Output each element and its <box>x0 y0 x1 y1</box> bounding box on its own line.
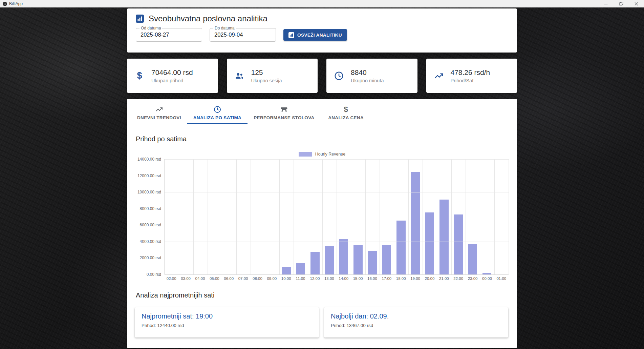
chart-y-axis: 14000.00 rsd12000.00 rsd10000.00 rsd8000… <box>136 159 164 274</box>
x-tick-label: 20:00 <box>423 276 437 281</box>
window-title: BilliApp <box>9 1 23 6</box>
tab-dnevni-trendovi[interactable]: DNEVNI TRENDOVI <box>131 102 187 124</box>
minimize-icon <box>604 2 608 6</box>
bar-slot <box>208 159 222 274</box>
bar-slot <box>423 159 437 274</box>
x-tick-label: 19:00 <box>408 276 422 281</box>
revenue-bar-21:00[interactable] <box>439 200 448 274</box>
y-tick-label: 6000.00 rsd <box>140 223 161 227</box>
v-gridline <box>437 159 437 274</box>
y-tick-label: 14000.00 rsd <box>137 157 161 162</box>
revenue-bar-16:00[interactable] <box>368 251 377 274</box>
tab-label: DNEVNI TRENDOVI <box>137 115 181 120</box>
refresh-button-label: OSVEŽI ANALITIKU <box>297 33 342 38</box>
busiest-hour-card: Najprometniji sat: 19:00 Prihod: 12440.0… <box>135 307 319 337</box>
to-date-value: 2025-09-04 <box>214 32 243 38</box>
revenue-bar-10:00[interactable] <box>282 267 291 274</box>
x-tick-label: 12:00 <box>308 276 322 281</box>
v-gridline <box>451 159 452 274</box>
v-gridline <box>394 159 394 274</box>
tab-label: ANALIZA PO SATIMA <box>193 115 241 120</box>
x-tick-label: 23:00 <box>466 276 480 281</box>
v-gridline <box>193 159 194 274</box>
tab-performanse-stolova[interactable]: PERFORMANSE STOLOVA <box>248 102 320 124</box>
trending-up-icon <box>434 71 444 81</box>
bar-slot <box>337 159 351 274</box>
bar-chart-icon <box>288 32 294 38</box>
stat-card-total-sessions: 125 Ukupno sesija <box>227 59 318 93</box>
v-gridline <box>380 159 380 274</box>
bar-slot <box>279 159 294 274</box>
x-tick-label: 18:00 <box>394 276 408 281</box>
x-tick-label: 14:00 <box>337 276 351 281</box>
revenue-bar-20:00[interactable] <box>425 212 434 274</box>
x-tick-label: 08:00 <box>250 276 264 281</box>
minimize-button[interactable] <box>598 0 614 7</box>
x-tick-label: 06:00 <box>222 276 236 281</box>
x-tick-label: 10:00 <box>279 276 293 281</box>
revenue-bar-11:00[interactable] <box>296 263 305 274</box>
bar-slot <box>380 159 394 274</box>
bar-slot <box>322 159 337 274</box>
v-gridline <box>494 159 495 274</box>
revenue-bar-22:00[interactable] <box>454 214 463 274</box>
refresh-analytics-button[interactable]: OSVEŽI ANALITIKU <box>283 29 347 41</box>
revenue-bar-17:00[interactable] <box>382 245 391 274</box>
v-gridline <box>251 159 251 274</box>
close-button[interactable] <box>629 0 644 7</box>
x-tick-label: 21:00 <box>437 276 451 281</box>
revenue-bar-12:00[interactable] <box>310 252 319 274</box>
x-tick-label: 03:00 <box>178 276 193 281</box>
x-tick-label: 22:00 <box>451 276 466 281</box>
y-tick-label: 10000.00 rsd <box>137 190 161 194</box>
bar-slot <box>466 159 480 274</box>
revenue-bar-14:00[interactable] <box>339 239 348 274</box>
bar-slot <box>365 159 380 274</box>
people-icon <box>234 71 244 81</box>
busiest-hour-revenue: Prihod: 12440.00 rsd <box>142 323 312 328</box>
v-gridline <box>365 159 366 274</box>
revenue-bar-18:00[interactable] <box>396 221 405 274</box>
maximize-button[interactable] <box>614 0 629 7</box>
x-tick-label: 13:00 <box>322 276 336 281</box>
x-tick-label: 11:00 <box>293 276 307 281</box>
bar-slot <box>265 159 279 274</box>
stat-card-revenue-per-hour: 478.26 rsd/h Prihod/Sat <box>426 59 517 93</box>
analytics-main-panel: DNEVNI TRENDOVI ANALIZA PO SATIMA PERFOR… <box>127 99 517 348</box>
y-tick-label: 8000.00 rsd <box>140 206 161 211</box>
revenue-bar-23:00[interactable] <box>468 244 477 274</box>
v-gridline <box>337 159 337 274</box>
revenue-bar-13:00[interactable] <box>325 246 334 274</box>
bar-slot <box>494 159 509 274</box>
tab-analiza-cena[interactable]: $ ANALIZA CENA <box>321 102 371 124</box>
stat-value: 478.26 rsd/h <box>451 68 490 77</box>
tab-label: PERFORMANSE STOLOVA <box>254 115 314 120</box>
to-date-field[interactable]: Do datuma 2025-09-04 <box>210 28 276 42</box>
revenue-bar-19:00[interactable] <box>411 172 420 274</box>
clock-icon <box>334 71 344 81</box>
y-tick-label: 12000.00 rsd <box>137 173 161 178</box>
v-gridline <box>279 159 280 274</box>
v-gridline <box>480 159 480 274</box>
v-gridline <box>322 159 323 274</box>
v-gridline <box>208 159 208 274</box>
x-tick-label: 02:00 <box>164 276 178 281</box>
legend-swatch <box>299 152 312 157</box>
revenue-bar-15:00[interactable] <box>353 245 362 274</box>
app-background: Sveobuhvatna poslovna analitika Od datum… <box>0 7 644 349</box>
busiest-hours-title: Analiza najprometnijih sati <box>136 291 517 299</box>
from-date-field[interactable]: Od datuma 2025-08-27 <box>136 28 202 42</box>
v-gridline <box>222 159 222 274</box>
stat-value: 8840 <box>351 68 384 77</box>
tab-analiza-po-satima[interactable]: ANALIZA PO SATIMA <box>187 102 248 124</box>
bar-slot <box>308 159 322 274</box>
maximize-icon <box>619 2 623 6</box>
bar-slot <box>480 159 494 274</box>
stat-card-total-revenue: $ 70464.00 rsd Ukupan prihod <box>127 59 218 93</box>
v-gridline <box>265 159 265 274</box>
x-tick-label: 17:00 <box>380 276 394 281</box>
chart-legend: Hourly Revenue <box>127 152 517 157</box>
best-day-card: Najbolji dan: 02.09. Prihod: 13467.00 rs… <box>324 307 508 337</box>
bar-chart-icon <box>136 15 144 23</box>
bar-slot <box>222 159 236 274</box>
